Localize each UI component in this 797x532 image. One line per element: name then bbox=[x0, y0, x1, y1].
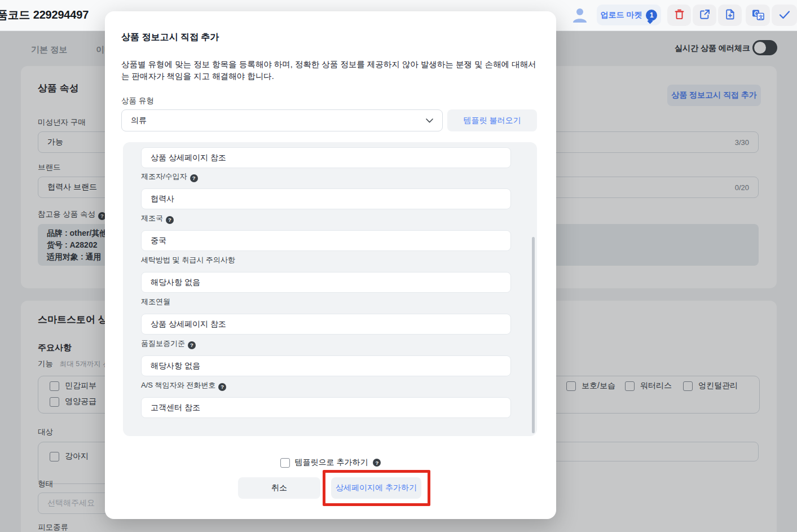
external-link-icon bbox=[699, 9, 710, 21]
help-icon[interactable]: ? bbox=[218, 383, 226, 391]
trash-icon bbox=[674, 9, 685, 21]
notice-field-input[interactable]: 고객센터 참조 bbox=[141, 397, 511, 418]
notice-field-input[interactable]: 상품 상세페이지 참조 bbox=[141, 147, 511, 168]
notice-field-input[interactable]: 상품 상세페이지 참조 bbox=[141, 314, 511, 335]
upload-market-badge: 1 bbox=[646, 10, 657, 21]
check-icon bbox=[779, 10, 790, 21]
help-icon[interactable]: ? bbox=[190, 174, 198, 182]
upload-market-label: 업로드 마켓 bbox=[601, 10, 642, 20]
notice-field-input[interactable]: 중국 bbox=[141, 230, 511, 251]
product-notice-modal: 상품 정보고시 직접 추가 상품별 유형에 맞는 정보 항목을 등록해야 하며,… bbox=[105, 11, 556, 519]
person-icon bbox=[571, 16, 588, 25]
notice-field-label: 제조연월 bbox=[141, 297, 170, 307]
add-as-template-row: 템플릿으로 추가하기 ? bbox=[105, 458, 556, 468]
notice-field-label: 제조자/수입자? bbox=[141, 172, 198, 182]
product-type-label: 상품 유형 bbox=[121, 96, 154, 106]
upload-market-button[interactable]: 업로드 마켓 1 bbox=[597, 5, 661, 25]
modal-description: 상품별 유형에 맞는 정보 항목을 등록해야 하며, 정확한 상품 정보를 제공… bbox=[121, 59, 543, 82]
add-document-button[interactable] bbox=[718, 5, 742, 26]
cancel-button[interactable]: 취소 bbox=[238, 477, 320, 499]
notice-field-label: 품질보증기준? bbox=[141, 338, 196, 349]
svg-text:文: 文 bbox=[758, 14, 763, 19]
product-type-value: 의류 bbox=[131, 116, 147, 126]
translate-button[interactable]: G 文 bbox=[746, 5, 770, 26]
help-icon[interactable]: ? bbox=[166, 216, 174, 224]
notice-field-label: 세탁방법 및 취급시 주의사항 bbox=[141, 255, 235, 265]
confirm-button[interactable] bbox=[772, 5, 797, 26]
help-icon[interactable]: ? bbox=[188, 341, 196, 349]
user-avatar-button[interactable] bbox=[571, 6, 589, 24]
load-template-button[interactable]: 템플릿 불러오기 bbox=[447, 109, 537, 131]
notice-field-label: A/S 책임자와 전화번호? bbox=[141, 380, 226, 391]
scrollbar-thumb[interactable] bbox=[532, 237, 535, 433]
product-type-select[interactable]: 의류 bbox=[121, 109, 443, 131]
notice-field-label: 제조국? bbox=[141, 213, 174, 224]
notice-field-input[interactable]: 해당사항 없음 bbox=[141, 355, 511, 376]
help-icon[interactable]: ? bbox=[373, 459, 381, 467]
translate-icon: G 文 bbox=[752, 8, 764, 23]
delete-button[interactable] bbox=[667, 5, 691, 26]
notice-fields-scroll-area[interactable]: 상품 상세페이지 참조 제조자/수입자? 협력사 제조국? 중국 세탁방법 및 … bbox=[123, 142, 537, 436]
notice-field-input[interactable]: 해당사항 없음 bbox=[141, 272, 511, 293]
notice-field-input[interactable]: 협력사 bbox=[141, 188, 511, 209]
file-plus-icon bbox=[725, 9, 736, 21]
add-as-template-checkbox[interactable] bbox=[280, 458, 290, 468]
chevron-down-icon bbox=[426, 118, 433, 123]
add-as-template-label: 템플릿으로 추가하기 bbox=[295, 458, 368, 468]
add-to-detail-page-button[interactable]: 상세페이지에 추가하기 bbox=[331, 477, 421, 499]
product-code: 품코드 229294497 bbox=[0, 7, 89, 23]
modal-title: 상품 정보고시 직접 추가 bbox=[121, 32, 219, 43]
open-external-button[interactable] bbox=[693, 5, 716, 26]
